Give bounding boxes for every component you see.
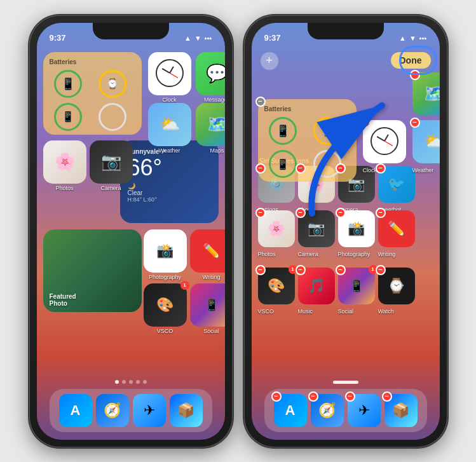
vsco-app[interactable]: 🎨 1 VSCO xyxy=(144,283,187,334)
clock-app[interactable]: Clock xyxy=(148,52,191,103)
weather-icon-small: ⛅ xyxy=(148,103,191,146)
direct-icon: ✈ xyxy=(133,394,166,427)
battery-icon-r: ▪▪▪ xyxy=(419,34,427,42)
wifi-icon-r: ▼ xyxy=(409,34,416,42)
battery-icon: ▪▪▪ xyxy=(205,34,212,42)
dot-4 xyxy=(136,380,140,384)
dot-2 xyxy=(122,380,126,384)
weather-app-small[interactable]: ⛅ Weather xyxy=(148,103,191,154)
photos-icon: 🌸 xyxy=(43,140,86,184)
vsco-icon: 🎨 xyxy=(144,283,187,327)
photos-big-widget[interactable]: FeaturedPhoto xyxy=(43,229,142,312)
dot-1 xyxy=(115,380,119,384)
vsco-badge: 1 xyxy=(180,281,189,290)
batteries-widget[interactable]: Batteries 📱 ⌚ 📱 xyxy=(43,52,142,135)
batteries-label: Batteries xyxy=(50,58,135,65)
status-icons-right: ▲ ▼ ▪▪▪ xyxy=(399,32,426,42)
page-dots-right xyxy=(252,381,440,384)
apps-row5-right: 🎨 1 VSCO 🎵 Music 📱 1 Social xyxy=(258,268,433,316)
left-phone-screen: 9:37 ▲ ▼ ▪▪▪ Batteries 📱 xyxy=(37,23,225,440)
weather-condition: Clear xyxy=(128,189,211,196)
photos-app[interactable]: 🌸 Photos xyxy=(43,140,86,191)
dot-3 xyxy=(129,380,133,384)
clock-min-hand xyxy=(161,68,170,73)
page-dots-left xyxy=(37,380,225,384)
battery-phone2-icon: 📱 xyxy=(50,102,86,132)
camera-icon: 📷 xyxy=(90,140,133,184)
dock-direct[interactable]: ✈ xyxy=(133,394,166,427)
writing-app[interactable]: ✏️ Writing xyxy=(190,229,225,280)
time-right: 9:37 xyxy=(264,31,281,43)
weather-label-right: Weather xyxy=(412,167,434,173)
dock-direct-right[interactable]: ✈ xyxy=(348,394,381,427)
social-icon: 📱 xyxy=(190,283,225,327)
messages-icon: 💬 xyxy=(196,52,225,95)
photography-app[interactable]: 📸 Photography xyxy=(144,229,187,280)
dock-left: A 🧭 ✈ 📦 xyxy=(50,389,212,432)
batteries-delete-badge[interactable] xyxy=(255,97,266,107)
clock-face xyxy=(156,59,184,87)
battery-watch-icon: ⌚ xyxy=(94,69,131,99)
featured-photo-label: FeaturedPhoto xyxy=(50,293,76,307)
bottom-apps-right: 🎨 1 VSCO 🎵 Music 📱 1 Social xyxy=(258,268,433,316)
notch-right xyxy=(308,23,384,39)
dock-safari[interactable]: 🧭 xyxy=(96,394,129,427)
messages-app[interactable]: 💬 Messages xyxy=(196,52,225,103)
dock-appstore-right[interactable]: A xyxy=(274,394,307,427)
apps-row2: 🌸 Photos 📷 Camera xyxy=(43,140,133,191)
maps-icon: 🗺️ xyxy=(196,103,225,146)
battery-circle-phone2: 📱 xyxy=(54,103,82,131)
weather-wrap: ⛅ Weather xyxy=(412,120,440,175)
weather-app-right-wrap: ⛅ Weather xyxy=(412,120,440,175)
photography-label: Photography xyxy=(149,274,181,280)
signal-icon: ▲ xyxy=(184,34,191,42)
battery-empty-icon xyxy=(94,102,131,132)
status-icons-left: ▲ ▼ ▪▪▪ xyxy=(184,32,212,42)
weather-label-small: Weather xyxy=(159,147,180,154)
appstore-icon: A xyxy=(59,394,92,427)
right-phone-screen: + Done 9:37 ▲ ▼ ▪▪▪ Batteries 📱 xyxy=(252,23,440,440)
dropbox-icon: 📦 xyxy=(170,394,203,427)
add-button[interactable]: + xyxy=(261,52,278,70)
battery-circle-empty xyxy=(99,103,126,131)
left-phone: 9:37 ▲ ▼ ▪▪▪ Batteries 📱 xyxy=(29,15,233,447)
dot-5 xyxy=(143,380,147,384)
maps-app[interactable]: 🗺️ Maps xyxy=(196,103,225,154)
camera-app-label: Camera xyxy=(100,185,121,191)
writing-label: Writing xyxy=(203,274,221,280)
weather-temp: 66° xyxy=(128,155,211,180)
messages-label: Messages xyxy=(204,97,225,103)
social-label: Social xyxy=(203,328,219,334)
time-left: 9:37 xyxy=(50,31,66,43)
dock-appstore[interactable]: A xyxy=(59,394,92,427)
maps-label: Maps xyxy=(210,147,224,154)
apps-row3: 📸 Photography ✏️ Writing 🎨 1 VSCO 📱 Soci… xyxy=(144,229,225,334)
vsco-label: VSCO xyxy=(157,328,173,334)
add-icon: + xyxy=(266,54,273,67)
home-indicator xyxy=(333,381,358,384)
wifi-icon: ▼ xyxy=(194,34,201,42)
signal-icon-r: ▲ xyxy=(399,34,406,42)
safari-icon: 🧭 xyxy=(96,394,129,427)
vsco-app-right[interactable]: 🎨 1 VSCO xyxy=(258,268,295,316)
battery-circle-watch: ⌚ xyxy=(99,70,126,98)
weather-range: H:84° L:60° xyxy=(128,196,211,203)
camera-app[interactable]: 📷 Camera xyxy=(90,140,133,191)
photography-icon: 📸 xyxy=(144,229,187,273)
dock-dropbox[interactable]: 📦 xyxy=(170,394,203,427)
notch-left xyxy=(93,23,169,39)
social-app[interactable]: 📱 Social xyxy=(190,283,225,334)
dock-dropbox-right[interactable]: 📦 xyxy=(384,394,418,427)
clock-label: Clock xyxy=(162,97,177,103)
dock-right: A 🧭 ✈ 📦 xyxy=(264,389,427,432)
battery-grid: 📱 ⌚ 📱 xyxy=(50,69,135,132)
photos-app-label: Photos xyxy=(55,185,73,191)
battery-phone-icon: 📱 xyxy=(50,69,86,99)
dock-safari-right[interactable]: 🧭 xyxy=(311,394,344,427)
watch-app-right[interactable]: ⌚ Watch xyxy=(378,268,415,316)
social-app-right[interactable]: 📱 1 Social xyxy=(338,268,375,316)
writing-icon: ✏️ xyxy=(190,229,225,273)
battery-circle-phone: 📱 xyxy=(54,70,82,98)
music-app-right[interactable]: 🎵 Music xyxy=(298,268,335,316)
clock-icon xyxy=(148,52,191,95)
